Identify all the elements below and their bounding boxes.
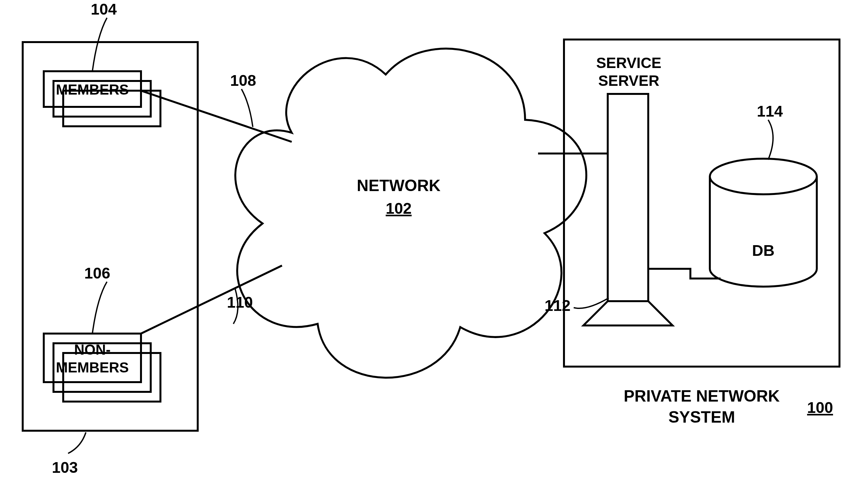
link-nonmembers-network — [141, 266, 282, 334]
ref-103: 103 — [52, 459, 78, 476]
ref-110: 110 — [227, 294, 253, 311]
network-label: NETWORK — [357, 176, 440, 195]
nonmembers-label-l2: MEMBERS — [56, 360, 129, 375]
service-label-l1: SERVICE — [596, 55, 661, 71]
ref-112: 112 — [545, 297, 570, 314]
svg-rect-6 — [608, 94, 648, 301]
ref-100: 100 — [807, 399, 833, 416]
ref-108: 108 — [230, 72, 256, 89]
leader-103 — [68, 432, 86, 453]
patent-figure: 103 MEMBERS 104 NON- MEMBERS 106 NETWORK… — [0, 0, 868, 478]
leader-108 — [242, 89, 253, 127]
database-cylinder — [710, 159, 817, 286]
link-members-network — [141, 91, 292, 142]
ref-114: 114 — [757, 103, 783, 120]
ref-106: 106 — [84, 265, 110, 282]
ref-102: 102 — [386, 200, 412, 217]
ref-104: 104 — [91, 1, 117, 18]
svg-point-8 — [710, 159, 817, 194]
leader-104 — [92, 18, 107, 71]
db-label: DB — [752, 242, 774, 259]
leader-114 — [768, 120, 773, 160]
members-stack — [44, 71, 160, 126]
nonmembers-label-l1: NON- — [74, 342, 111, 357]
pns-label-l2: SYSTEM — [668, 408, 735, 426]
service-server — [583, 94, 673, 326]
service-label-l2: SERVER — [598, 72, 659, 89]
leader-106 — [92, 282, 107, 334]
pns-label-l1: PRIVATE NETWORK — [624, 387, 779, 405]
members-label: MEMBERS — [56, 81, 129, 98]
